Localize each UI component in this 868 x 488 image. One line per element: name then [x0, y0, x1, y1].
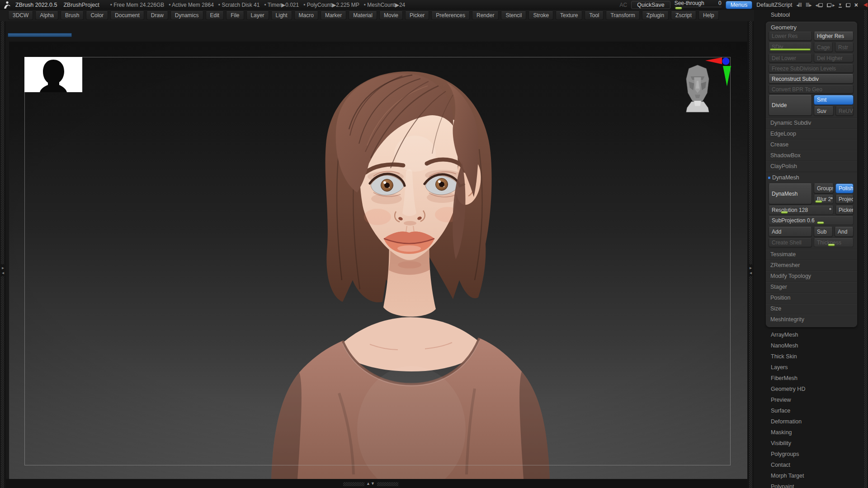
create-shell-button[interactable]: Create Shell: [769, 238, 812, 247]
subprojection-slider[interactable]: SubProjection 0.6: [769, 216, 854, 225]
palette-item[interactable]: Visibility: [766, 438, 861, 449]
palette-section-row[interactable]: Stager: [766, 282, 857, 292]
left-tray-divider[interactable]: ▸◂: [0, 21, 6, 488]
close-icon[interactable]: ×: [854, 1, 858, 9]
dynamesh-section-header[interactable]: DynaMesh: [766, 172, 857, 183]
far-right-divider[interactable]: [863, 0, 868, 488]
menu-item[interactable]: Marker: [321, 11, 346, 20]
palette-section-row[interactable]: Position: [766, 292, 857, 303]
dynamesh-button[interactable]: DynaMesh: [769, 183, 812, 204]
palette-section-row[interactable]: Tessimate: [766, 249, 857, 260]
add-toggle[interactable]: Add: [769, 227, 812, 237]
geometry-palette-title[interactable]: Geometry: [771, 24, 797, 31]
menu-item[interactable]: Stencil: [501, 11, 526, 20]
and-toggle[interactable]: And: [835, 227, 854, 237]
menu-item[interactable]: Document: [110, 11, 144, 20]
subtool-palette-header[interactable]: Subtool: [771, 12, 790, 18]
menu-item[interactable]: 3DCW: [8, 11, 33, 20]
menu-item[interactable]: Draw: [146, 11, 168, 20]
freeze-subdivision-button[interactable]: Freeze SubDivision Levels: [769, 64, 854, 73]
cage-button[interactable]: Cage: [814, 42, 833, 52]
higher-res-button[interactable]: Higher Res: [814, 32, 854, 41]
palette-section-row[interactable]: ClayPolish: [766, 161, 857, 172]
thickness-slider[interactable]: Thickness: [814, 238, 854, 247]
menu-item[interactable]: Brush: [61, 11, 84, 20]
menu-item[interactable]: Movie: [379, 11, 403, 20]
resolution-slider[interactable]: Resolution 128: [769, 206, 834, 215]
del-lower-button[interactable]: Del Lower: [769, 54, 812, 62]
quicksave-button[interactable]: QuickSave: [631, 1, 670, 9]
tray-collapse-arrow-icon[interactable]: [863, 3, 868, 7]
blur-slider-thumb[interactable]: [815, 200, 822, 203]
minimize-icon[interactable]: ▾: [839, 3, 842, 8]
tray-slide-right-icon[interactable]: |||▸: [806, 2, 811, 8]
palette-section-row[interactable]: ShadowBox: [766, 150, 857, 161]
menu-item[interactable]: File: [226, 11, 244, 20]
polish-toggle[interactable]: Polish: [835, 183, 854, 193]
smt-toggle[interactable]: Smt: [814, 95, 854, 105]
del-higher-button[interactable]: Del Higher: [814, 54, 854, 62]
move-divider-right-icon[interactable]: ▸: [827, 2, 835, 8]
reuv-button[interactable]: ReUV: [835, 106, 854, 116]
bottom-divider-handle[interactable]: ▲▼: [343, 482, 398, 486]
menus-toggle-button[interactable]: Menus: [726, 1, 753, 9]
palette-item[interactable]: Polypaint: [766, 481, 861, 488]
menu-item[interactable]: Dynamics: [170, 11, 203, 20]
palette-item[interactable]: Geometry HD: [766, 384, 861, 394]
palette-item[interactable]: Polygroups: [766, 449, 861, 460]
menu-item[interactable]: Alpha: [35, 11, 58, 20]
palette-item[interactable]: FiberMesh: [766, 373, 861, 384]
reconstruct-subdiv-button[interactable]: Reconstruct Subdiv: [769, 74, 854, 84]
palette-item[interactable]: Thick Skin: [766, 351, 861, 362]
lower-res-button[interactable]: Lower Res: [769, 32, 812, 41]
left-tray-divider-arrows-icon[interactable]: ▸◂: [0, 264, 6, 276]
bottom-tray-divider[interactable]: ▲▼: [6, 479, 754, 488]
palette-item[interactable]: Layers: [766, 362, 861, 373]
default-zscript-button[interactable]: DefaultZScript: [756, 2, 792, 8]
menu-item[interactable]: Layer: [246, 11, 269, 20]
picker-button[interactable]: Picker: [835, 206, 854, 215]
rstr-button[interactable]: Rstr: [835, 42, 854, 52]
restore-window-icon[interactable]: [846, 3, 850, 7]
sub-toggle[interactable]: Sub: [814, 227, 833, 237]
palette-item[interactable]: Surface: [766, 405, 861, 416]
see-through-slider[interactable]: See-through 0: [675, 0, 722, 9]
menu-item[interactable]: Light: [271, 11, 292, 20]
palette-item[interactable]: Masking: [766, 427, 861, 438]
menu-item[interactable]: Texture: [556, 11, 582, 20]
resolution-slider-thumb[interactable]: [781, 211, 788, 214]
menu-item[interactable]: Render: [472, 11, 499, 20]
palette-section-row[interactable]: Size: [766, 303, 857, 314]
palette-section-row[interactable]: Crease: [766, 139, 857, 150]
palette-item[interactable]: Deformation: [766, 416, 861, 427]
blur-slider[interactable]: Blur 2: [814, 195, 834, 204]
see-through-track[interactable]: [675, 7, 722, 9]
thickness-slider-thumb[interactable]: [828, 244, 835, 246]
suv-toggle[interactable]: Suv: [814, 106, 834, 116]
subprojection-slider-thumb[interactable]: [817, 221, 824, 224]
tray-slide-left-icon[interactable]: ◂|||: [796, 2, 802, 8]
menu-item[interactable]: Macro: [294, 11, 318, 20]
menu-item[interactable]: Material: [349, 11, 377, 20]
move-divider-left-icon[interactable]: ◂: [816, 2, 823, 8]
sdiv-slider[interactable]: SDiv: [769, 42, 812, 52]
palette-item[interactable]: NanoMesh: [766, 340, 861, 351]
palette-section-row[interactable]: Dynamic Subdiv: [766, 117, 857, 128]
palette-item[interactable]: ArrayMesh: [766, 329, 861, 340]
palette-item[interactable]: Morph Target: [766, 470, 861, 481]
menu-item[interactable]: Help: [698, 11, 719, 20]
menu-item[interactable]: Stroke: [528, 11, 553, 20]
convert-bpr-button[interactable]: Convert BPR To Geo: [769, 85, 854, 94]
see-through-thumb[interactable]: [675, 7, 682, 9]
menu-item[interactable]: Picker: [405, 11, 429, 20]
palette-section-row[interactable]: ZRemesher: [766, 260, 857, 271]
divide-button[interactable]: Divide: [769, 95, 812, 116]
palette-item[interactable]: Contact: [766, 460, 861, 470]
sculpt-viewport[interactable]: [9, 42, 747, 479]
menu-item[interactable]: Preferences: [431, 11, 470, 20]
palette-section-row[interactable]: Modify Topology: [766, 271, 857, 282]
menu-item[interactable]: Zplugin: [642, 11, 669, 20]
project-toggle[interactable]: Project: [835, 195, 854, 204]
menu-item[interactable]: Transform: [606, 11, 639, 20]
menu-item[interactable]: Edit: [206, 11, 224, 20]
